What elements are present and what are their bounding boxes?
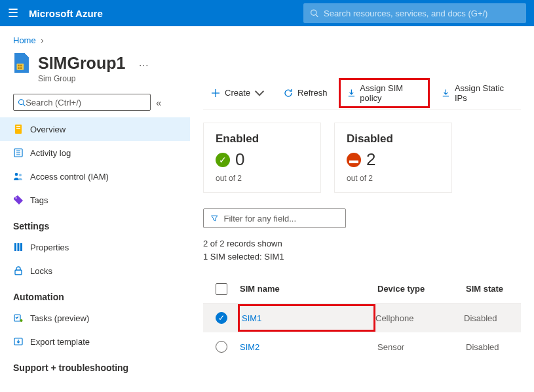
chevron-right-icon: › bbox=[41, 35, 43, 45]
sim-state-cell: Disabled bbox=[464, 313, 521, 323]
table-row[interactable]: ✓ SIM1 Cellphone Disabled bbox=[203, 304, 521, 332]
sidebar-item-activity-log[interactable]: Activity log bbox=[0, 141, 190, 165]
plus-icon bbox=[210, 88, 221, 98]
log-icon bbox=[13, 147, 24, 158]
sim-group-icon bbox=[13, 53, 30, 73]
people-icon bbox=[13, 171, 24, 182]
sidebar-search-input[interactable] bbox=[26, 98, 146, 108]
svg-rect-5 bbox=[18, 67, 20, 69]
sidebar-item-label: Tags bbox=[30, 195, 48, 205]
sim-name-link[interactable]: SIM2 bbox=[240, 342, 259, 352]
filter-field[interactable] bbox=[203, 208, 346, 228]
nav-section-support: Support + troubleshooting bbox=[0, 353, 190, 377]
export-icon bbox=[13, 336, 24, 347]
chevron-down-icon bbox=[254, 88, 265, 98]
svg-point-17 bbox=[19, 174, 22, 176]
card-value: 0 bbox=[235, 149, 244, 170]
tag-icon bbox=[13, 195, 24, 205]
sim-state-cell: Disabled bbox=[466, 342, 521, 352]
sidebar-item-tags[interactable]: Tags bbox=[0, 188, 190, 212]
toolbar-label: Refresh bbox=[297, 88, 328, 98]
svg-rect-21 bbox=[20, 243, 22, 251]
svg-line-8 bbox=[23, 104, 25, 106]
svg-line-1 bbox=[316, 14, 318, 16]
sidebar-nav: Overview Activity log Access control (IA… bbox=[0, 117, 190, 377]
search-icon bbox=[18, 98, 26, 107]
sidebar-item-locks[interactable]: Locks bbox=[0, 259, 190, 283]
toolbar-label: Assign Static IPs bbox=[455, 83, 514, 103]
sidebar-item-label: Export template bbox=[30, 337, 90, 347]
sidebar-item-label: Properties bbox=[30, 243, 69, 252]
sidebar-item-label: Tasks (preview) bbox=[30, 313, 89, 323]
row-radio-selected[interactable]: ✓ bbox=[216, 312, 227, 324]
sidebar-item-label: Overview bbox=[30, 125, 66, 134]
sidebar-item-tasks[interactable]: Tasks (preview) bbox=[0, 306, 190, 330]
sidebar-item-access-control[interactable]: Access control (IAM) bbox=[0, 165, 190, 188]
select-all-checkbox[interactable] bbox=[216, 283, 227, 295]
download-icon bbox=[347, 88, 356, 98]
svg-rect-22 bbox=[15, 270, 22, 275]
check-circle-icon: ✓ bbox=[216, 153, 230, 167]
create-button[interactable]: Create bbox=[203, 83, 272, 103]
properties-icon bbox=[13, 242, 24, 252]
global-search-input[interactable] bbox=[324, 9, 520, 18]
breadcrumb-home[interactable]: Home bbox=[13, 35, 36, 45]
global-search[interactable] bbox=[303, 3, 526, 23]
svg-rect-4 bbox=[20, 65, 22, 67]
menu-icon[interactable]: ☰ bbox=[8, 6, 18, 20]
brand-label: Microsoft Azure bbox=[29, 8, 103, 19]
sidebar-item-export-template[interactable]: Export template bbox=[0, 330, 190, 353]
assign-static-ips-button[interactable]: Assign Static IPs bbox=[434, 79, 521, 108]
col-header-device[interactable]: Device type bbox=[377, 284, 466, 294]
row-radio[interactable] bbox=[216, 341, 227, 353]
nav-section-automation: Automation bbox=[0, 283, 190, 306]
svg-rect-11 bbox=[16, 128, 20, 129]
svg-point-16 bbox=[15, 173, 18, 176]
sidebar-item-label: Locks bbox=[30, 266, 52, 276]
sidebar-search[interactable] bbox=[13, 94, 151, 111]
device-type-cell: Sensor bbox=[377, 342, 466, 352]
svg-rect-3 bbox=[18, 65, 20, 67]
table-header: SIM name Device type SIM state bbox=[203, 275, 521, 304]
sidebar-item-overview[interactable]: Overview bbox=[0, 117, 190, 141]
svg-rect-20 bbox=[18, 243, 20, 251]
device-type-cell: Cellphone bbox=[375, 313, 464, 323]
toolbar-label: Assign SIM policy bbox=[360, 83, 422, 103]
card-footer: out of 2 bbox=[347, 174, 440, 183]
card-value: 2 bbox=[366, 149, 375, 170]
sim-table: SIM name Device type SIM state ✓ SIM1 Ce… bbox=[203, 275, 521, 361]
sim-name-link[interactable]: SIM1 bbox=[242, 313, 261, 323]
svg-point-7 bbox=[19, 99, 24, 104]
toolbar: Create Refresh Assign SIM policy Assign … bbox=[203, 83, 521, 109]
svg-point-24 bbox=[20, 319, 23, 322]
refresh-button[interactable]: Refresh bbox=[276, 83, 335, 103]
enabled-card: Enabled ✓ 0 out of 2 bbox=[203, 123, 321, 193]
collapse-sidebar-icon[interactable]: « bbox=[156, 97, 161, 108]
assign-sim-policy-button[interactable]: Assign SIM policy bbox=[339, 78, 430, 108]
sidebar-item-properties[interactable]: Properties bbox=[0, 235, 190, 259]
card-footer: out of 2 bbox=[216, 174, 309, 183]
col-header-name[interactable]: SIM name bbox=[240, 284, 377, 294]
col-header-state[interactable]: SIM state bbox=[466, 284, 521, 294]
svg-rect-19 bbox=[14, 243, 16, 251]
disabled-card: Disabled ▬ 2 out of 2 bbox=[334, 123, 452, 193]
table-row[interactable]: SIM2 Sensor Disabled bbox=[203, 332, 521, 361]
top-bar: ☰ Microsoft Azure bbox=[0, 0, 534, 26]
svg-rect-2 bbox=[17, 64, 24, 70]
breadcrumb: Home › bbox=[0, 26, 534, 50]
document-icon bbox=[13, 124, 24, 134]
nav-section-settings: Settings bbox=[0, 212, 190, 235]
svg-rect-10 bbox=[16, 126, 20, 127]
sidebar-item-label: Activity log bbox=[30, 148, 71, 158]
search-icon bbox=[310, 9, 318, 18]
download-icon bbox=[441, 88, 451, 98]
records-selected-label: 1 SIM selected: SIM1 bbox=[203, 250, 521, 264]
more-options-button[interactable]: … bbox=[138, 57, 149, 69]
filter-input[interactable] bbox=[224, 214, 339, 224]
tasks-icon bbox=[13, 313, 24, 323]
lock-icon bbox=[13, 265, 24, 276]
minus-circle-icon: ▬ bbox=[347, 153, 361, 167]
records-shown-label: 2 of 2 records shown bbox=[203, 237, 521, 250]
sidebar-item-label: Access control (IAM) bbox=[30, 172, 109, 182]
svg-point-18 bbox=[16, 197, 17, 199]
